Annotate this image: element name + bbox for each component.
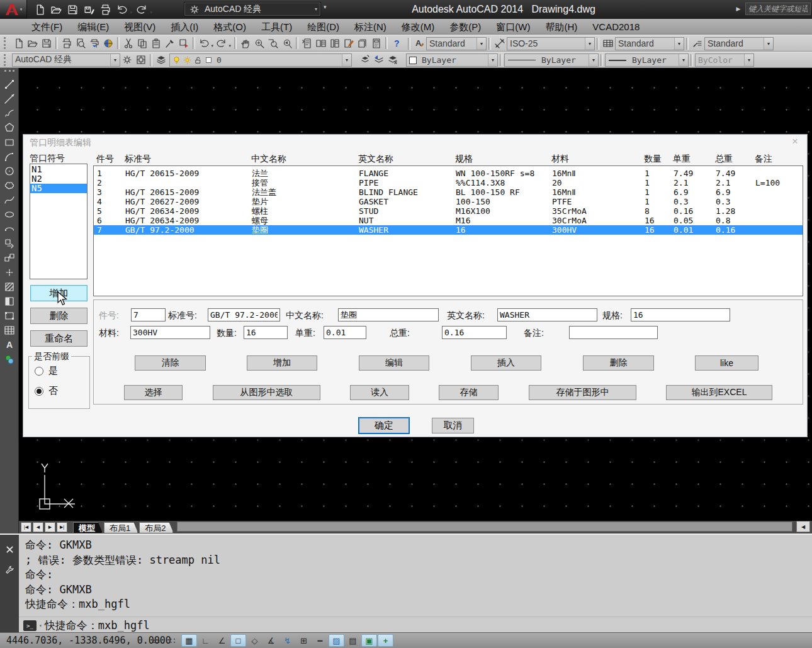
text-style-combo[interactable]: Standard▾	[426, 37, 487, 50]
sheet-set-icon[interactable]	[356, 36, 369, 50]
command-prompt-icon[interactable]: >_	[23, 620, 37, 631]
tabnav-first-button[interactable]: |◀	[21, 522, 31, 532]
line-icon[interactable]	[2, 77, 17, 91]
bulb-icon[interactable]	[171, 55, 182, 65]
ann-monitor-toggle[interactable]: +	[378, 634, 393, 647]
coordinates-readout[interactable]: 4446.7036, -1338.6496, 0.0000	[6, 635, 149, 646]
tabnav-prev-button[interactable]: ◀	[33, 522, 43, 532]
unit-weight-input[interactable]	[324, 326, 366, 339]
material-input[interactable]	[130, 326, 210, 339]
table-row-4[interactable]: 4HG/T 20627-2009垫片GASKET100-150PTFE10.30…	[94, 197, 803, 206]
tabnav-last-button[interactable]: ▶|	[57, 522, 67, 532]
table-row-2[interactable]: 2接管PIPE%%C114.3X82012.12.1L=100	[94, 178, 803, 187]
open-folder-icon[interactable]	[48, 2, 64, 17]
point-icon[interactable]	[2, 265, 17, 279]
port-item-N5[interactable]: N5	[30, 184, 87, 193]
menu-item-3[interactable]: 插入(I)	[163, 19, 206, 35]
lineweight-display-toggle[interactable]: ━	[312, 634, 328, 647]
lineweight-combo[interactable]: ByLayer▾	[605, 53, 689, 67]
ok-button[interactable]: 确定	[358, 417, 410, 434]
construction-line-icon[interactable]	[2, 91, 17, 106]
design-center-icon[interactable]	[314, 36, 328, 50]
save-icon[interactable]	[40, 36, 54, 50]
dim-style-combo[interactable]: ISO-25▾	[507, 37, 595, 50]
snap-mode-toggle[interactable]: ∷	[165, 634, 181, 647]
command-input-text[interactable]: 快捷命令：mxb_hgfl	[45, 618, 150, 633]
layout-scrollbar-track[interactable]	[177, 522, 792, 532]
transparency-toggle[interactable]: ▨	[329, 634, 344, 647]
tabnav-next-button[interactable]: ▶	[45, 522, 55, 532]
markup-icon[interactable]	[342, 36, 356, 50]
prefix-no-radio[interactable]: 否	[35, 385, 89, 397]
layer-color-swatch-icon[interactable]	[203, 55, 214, 65]
make-block-icon[interactable]	[2, 250, 17, 265]
publish-3d-icon[interactable]	[101, 36, 115, 50]
search-go-icon[interactable]: ▶	[733, 3, 744, 15]
new-file-icon[interactable]	[12, 36, 26, 50]
scroll-left-button[interactable]: ◀	[796, 521, 810, 532]
layer-properties-icon[interactable]	[154, 53, 168, 67]
multileader-style-combo[interactable]: Standard▾	[704, 37, 774, 50]
zoom-previous-icon[interactable]	[280, 36, 294, 50]
add-button[interactable]: 增加	[247, 355, 317, 371]
layer-previous-icon[interactable]	[372, 53, 386, 67]
layer-combo[interactable]: 0 ▾	[169, 53, 352, 67]
menu-item-7[interactable]: 标注(N)	[347, 19, 394, 35]
clear-button[interactable]: 清除	[135, 355, 206, 371]
new-file-icon[interactable]	[31, 2, 48, 17]
delete-port-button[interactable]: 删除	[30, 308, 87, 324]
rectangle-icon[interactable]	[2, 135, 17, 149]
multiline-text-icon[interactable]: A	[2, 337, 17, 352]
total-weight-input[interactable]	[442, 326, 507, 339]
selection-cycling-toggle[interactable]: ▣	[361, 634, 377, 647]
draw-order-icon[interactable]	[2, 352, 17, 366]
table-row-6[interactable]: 6HG/T 20634-2009螺母NUTM1630CrMoA160.050.8	[94, 216, 803, 225]
menu-item-6[interactable]: 绘图(D)	[300, 19, 347, 35]
workspace-switcher[interactable]: AutoCAD 经典 ▾	[184, 2, 321, 16]
text-style-icon[interactable]: A	[412, 36, 426, 50]
print-icon[interactable]	[97, 2, 113, 17]
quick-properties-toggle[interactable]: ▤	[345, 634, 361, 647]
insert-button[interactable]: 插入	[471, 355, 541, 371]
table-row-7[interactable]: 7GB/T 97.2-2000垫圈WASHER16300HV160.010.16	[94, 225, 803, 235]
polygon-icon[interactable]	[2, 120, 17, 135]
wrench-icon[interactable]	[5, 566, 14, 578]
paste-icon[interactable]	[149, 36, 163, 50]
dynamic-input-toggle[interactable]: ⊞	[296, 634, 312, 647]
copy-icon[interactable]	[135, 36, 149, 50]
print-icon[interactable]	[60, 36, 74, 50]
polar-tracking-toggle[interactable]: ∠	[214, 634, 230, 647]
block-editor-icon[interactable]	[177, 36, 191, 50]
workspace-save-icon[interactable]	[134, 53, 148, 67]
command-input-row[interactable]: >_ ▾ 快捷命令：mxb_hgfl	[19, 617, 812, 634]
edit-button[interactable]: 编辑	[359, 355, 429, 371]
item-no-input[interactable]	[131, 308, 166, 321]
menu-item-1[interactable]: 编辑(E)	[70, 19, 116, 35]
print-preview-icon[interactable]	[74, 36, 87, 50]
object-snap-toggle[interactable]: □	[230, 634, 246, 647]
table-style-combo[interactable]: Standard▾	[615, 37, 684, 50]
rename-port-button[interactable]: 重命名	[30, 330, 87, 347]
table-row-1[interactable]: 1HG/T 20615-2009法兰FLANGEWN 100-150RF s=8…	[94, 169, 803, 178]
table-style-icon[interactable]	[601, 36, 615, 50]
quick-calc-icon[interactable]	[369, 36, 383, 50]
dim-style-icon[interactable]	[493, 36, 507, 50]
menu-item-5[interactable]: 工具(T)	[254, 19, 300, 35]
match-properties-icon[interactable]	[163, 36, 177, 50]
read-button[interactable]: 读入	[350, 385, 409, 400]
dynamic-ucs-toggle[interactable]: ↯	[279, 634, 295, 647]
undo-icon[interactable]: ▾	[197, 36, 211, 50]
table-row-5[interactable]: 5HG/T 20634-2009螺柱STUDM16X10035CrMoA80.1…	[94, 206, 803, 216]
open-folder-icon[interactable]	[26, 36, 40, 50]
standard-no-input[interactable]	[208, 308, 280, 321]
workspace-combo[interactable]: AutoCAD 经典 ▾	[12, 53, 120, 67]
delete-button[interactable]: 删除	[583, 355, 654, 371]
save-icon[interactable]	[64, 2, 81, 17]
store-button[interactable]: 存储	[439, 385, 499, 400]
pan-icon[interactable]	[239, 36, 252, 50]
cut-icon[interactable]	[121, 36, 135, 50]
spec-input[interactable]	[631, 308, 730, 321]
menu-item-8[interactable]: 修改(M)	[394, 19, 443, 35]
cn-name-input[interactable]	[338, 308, 439, 321]
port-item-N2[interactable]: N2	[30, 174, 87, 184]
